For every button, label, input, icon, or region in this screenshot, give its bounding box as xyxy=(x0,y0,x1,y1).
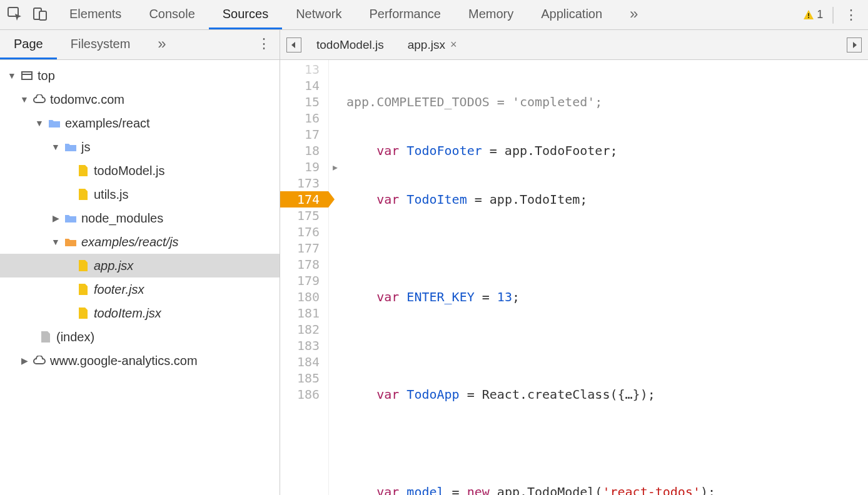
svg-rect-5 xyxy=(22,72,32,79)
tab-network[interactable]: Network xyxy=(282,0,355,29)
line-number[interactable]: 173 xyxy=(280,175,328,191)
tree-folder-node-modules[interactable]: ▶ node_modules xyxy=(0,206,280,230)
line-number[interactable]: 13 xyxy=(280,61,328,78)
line-number[interactable]: 186 xyxy=(280,386,328,402)
svg-rect-4 xyxy=(808,17,809,18)
tree-label: js xyxy=(81,140,90,154)
line-number[interactable]: 179 xyxy=(280,272,328,289)
code-line: var model = new app.TodoModel('react-tod… xyxy=(346,484,868,495)
tree-file-utils[interactable]: utils.js xyxy=(0,182,280,206)
line-number[interactable]: 182 xyxy=(280,321,328,338)
tree-label: examples/react/js xyxy=(81,235,179,249)
line-number[interactable]: 16 xyxy=(280,110,328,126)
line-number[interactable]: 176 xyxy=(280,224,328,240)
tree-label: www.google-analytics.com xyxy=(50,354,198,368)
document-icon xyxy=(39,331,53,343)
folder-icon xyxy=(64,237,78,247)
tree-file-index[interactable]: (index) xyxy=(0,325,280,349)
tab-performance[interactable]: Performance xyxy=(356,0,455,29)
code-line: app.COMPLETED_TODOS = 'completed'; xyxy=(346,94,868,110)
file-tree: ▼ top ▼ todomvc.com ▼ examples/react ▼ j… xyxy=(0,60,280,495)
warnings-count: 1 xyxy=(817,8,823,21)
tab-application[interactable]: Application xyxy=(527,0,616,29)
line-number[interactable]: 17 xyxy=(280,126,328,142)
tree-domain-ga[interactable]: ▶ www.google-analytics.com xyxy=(0,349,280,372)
code-area[interactable]: app.COMPLETED_TODOS = 'completed'; var T… xyxy=(341,60,868,495)
tab-elements[interactable]: Elements xyxy=(56,0,135,29)
line-number[interactable]: 183 xyxy=(280,338,328,354)
code-line: var ENTER_KEY = 13; xyxy=(346,289,868,305)
tree-label: footer.jsx xyxy=(94,282,144,297)
navigator-more-icon[interactable]: ⋮ xyxy=(248,30,280,59)
navigator-tabs-overflow[interactable]: » xyxy=(144,30,179,59)
line-number[interactable]: 181 xyxy=(280,305,328,321)
tree-label: utils.js xyxy=(94,188,129,202)
fold-arrow-icon[interactable]: ▸ xyxy=(329,159,341,175)
code-line: var TodoItem = app.TodoItem; xyxy=(346,191,868,208)
svg-rect-3 xyxy=(808,13,809,16)
editor-subbar: todoModel.js app.jsx × xyxy=(280,30,868,59)
breakpoint-line[interactable]: 174 xyxy=(280,191,328,208)
line-number[interactable]: 180 xyxy=(280,289,328,305)
line-number[interactable]: 14 xyxy=(280,78,328,94)
tab-memory[interactable]: Memory xyxy=(455,0,527,29)
tree-label: todoItem.jsx xyxy=(94,306,161,321)
panel-tabs: Elements Console Sources Network Perform… xyxy=(56,0,793,29)
cloud-icon xyxy=(33,94,46,104)
tree-folder-js[interactable]: ▼ js xyxy=(0,135,280,159)
close-icon[interactable]: × xyxy=(450,38,457,51)
folder-icon xyxy=(48,118,61,128)
tab-sources[interactable]: Sources xyxy=(209,0,282,29)
js-file-icon xyxy=(76,283,90,296)
file-tab-app-jsx[interactable]: app.jsx × xyxy=(399,30,466,59)
code-line xyxy=(346,240,868,256)
js-file-icon xyxy=(76,259,90,272)
tree-file-app-jsx[interactable]: app.jsx xyxy=(0,254,280,278)
show-debugger-icon[interactable] xyxy=(847,38,862,52)
file-tab-label: app.jsx xyxy=(408,38,445,52)
toolbar-left-icons xyxy=(0,0,56,29)
line-gutter[interactable]: 13 14 15 16 17 18 19 173 174 175 176 177… xyxy=(280,60,329,495)
warnings-badge[interactable]: 1 xyxy=(803,8,823,21)
tree-label: top xyxy=(38,69,55,83)
line-number[interactable]: 184 xyxy=(280,354,328,370)
code-editor[interactable]: 13 14 15 16 17 18 19 173 174 175 176 177… xyxy=(280,60,868,495)
code-line: var TodoFooter = app.TodoFooter; xyxy=(346,142,868,159)
line-number[interactable]: 175 xyxy=(280,208,328,224)
navigator-tab-page[interactable]: Page xyxy=(0,30,57,59)
navigator-subbar: Page Filesystem » ⋮ xyxy=(0,30,280,59)
tree-file-todoitem-jsx[interactable]: todoItem.jsx xyxy=(0,301,280,325)
tree-domain-todomvc[interactable]: ▼ todomvc.com xyxy=(0,88,280,111)
line-number[interactable]: 178 xyxy=(280,256,328,272)
file-tab-label: todoModel.js xyxy=(316,38,384,52)
tree-label: examples/react xyxy=(65,116,150,131)
inspect-element-icon[interactable] xyxy=(8,6,24,23)
line-number[interactable]: 185 xyxy=(280,370,328,386)
cloud-icon xyxy=(33,356,46,366)
line-number[interactable]: 177 xyxy=(280,240,328,256)
tree-file-footer-jsx[interactable]: footer.jsx xyxy=(0,278,280,301)
tree-label: app.jsx xyxy=(94,259,133,273)
tree-label: (index) xyxy=(56,330,94,344)
tree-folder-examples-react-js[interactable]: ▼ examples/react/js xyxy=(0,230,280,254)
tree-file-todomodel[interactable]: todoModel.js xyxy=(0,159,280,182)
line-number[interactable]: 15 xyxy=(280,94,328,110)
toolbar-right: 1 │ ⋮ xyxy=(793,7,868,23)
file-tab-todomodel[interactable]: todoModel.js xyxy=(308,30,393,59)
svg-rect-2 xyxy=(39,11,46,20)
tab-console[interactable]: Console xyxy=(135,0,208,29)
device-toolbar-icon[interactable] xyxy=(33,6,48,23)
line-number[interactable]: 18 xyxy=(280,142,328,159)
devtools-toolbar: Elements Console Sources Network Perform… xyxy=(0,0,868,30)
show-navigator-icon[interactable] xyxy=(286,38,301,52)
line-number[interactable]: 19 xyxy=(280,159,328,175)
navigator-tab-filesystem[interactable]: Filesystem xyxy=(57,30,144,59)
js-file-icon xyxy=(76,307,90,319)
more-options-icon[interactable]: ⋮ xyxy=(844,7,858,23)
tree-top[interactable]: ▼ top xyxy=(0,64,280,88)
code-line xyxy=(346,338,868,354)
tree-folder-examples-react[interactable]: ▼ examples/react xyxy=(0,111,280,135)
tree-label: todoModel.js xyxy=(94,164,164,178)
js-file-icon xyxy=(76,164,90,177)
tabs-overflow[interactable]: » xyxy=(616,0,652,29)
